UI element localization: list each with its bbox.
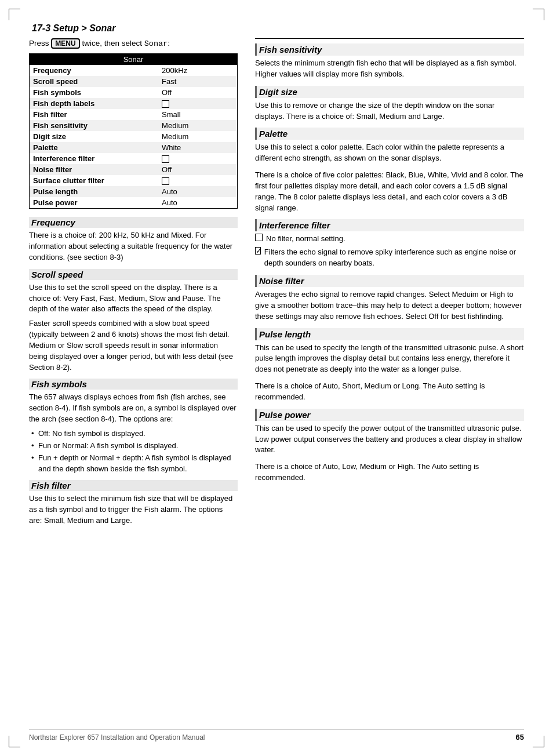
table-cell-label: Pulse power: [30, 197, 159, 209]
page-title: 17-3 Setup > Sonar: [32, 23, 524, 34]
table-row: Surface clutter filter: [30, 175, 238, 186]
table-cell-label: Fish filter: [30, 109, 159, 120]
section-body2-scroll-speed: Faster scroll speeds combined with a slo…: [29, 318, 238, 373]
right-section-heading-pulse-power: Pulse power: [255, 409, 524, 421]
table-cell-label: Palette: [30, 142, 159, 153]
left-sections: FrequencyThere is a choice of: 200 kHz, …: [29, 217, 238, 526]
bullet-list-fish-symbols: Off: No fish symbol is displayed.Fun or …: [29, 428, 238, 474]
press-menu-after: twice, then select: [82, 39, 142, 48]
corner-mark-br: [533, 736, 544, 747]
table-cell-value: Auto: [158, 197, 237, 209]
list-item: Off: No fish symbol is displayed.: [29, 428, 238, 439]
section-heading-fish-filter: Fish filter: [29, 480, 238, 491]
checkbox-empty-icon: [162, 155, 169, 163]
table-cell-value: [158, 175, 237, 186]
left-column: Press MENU twice, then select Sonar: Son…: [29, 38, 238, 530]
corner-mark-bl: [9, 736, 20, 747]
table-row: Pulse powerAuto: [30, 197, 238, 209]
right-col-divider: [255, 38, 524, 39]
right-section-body-fish-sensitivity: Selects the minimum strength fish echo t…: [255, 58, 524, 80]
table-cell-label: Pulse length: [30, 186, 159, 197]
interference-item: No filter, normal setting.: [255, 234, 524, 245]
table-cell-value: [158, 153, 237, 164]
right-section-heading-digit-size: Digit size: [255, 86, 524, 98]
right-section-heading-pulse-length: Pulse length: [255, 328, 524, 340]
table-row: Fish depth labels: [30, 98, 238, 109]
table-row: Fish sensitivityMedium: [30, 120, 238, 131]
table-row: Scroll speedFast: [30, 76, 238, 87]
right-section-body-digit-size: Use this to remove or change the size of…: [255, 100, 524, 122]
table-cell-label: Digit size: [30, 131, 159, 142]
right-section-body-pulse-length: This can be used to specify the length o…: [255, 343, 524, 376]
right-section-body2-pulse-power: There is a choice of Auto, Low, Medium o…: [255, 461, 524, 484]
interference-item-text: No filter, normal setting.: [266, 234, 345, 245]
table-row: Noise filterOff: [30, 164, 238, 175]
footer-text: Northstar Explorer 657 Installation and …: [29, 733, 205, 742]
right-section-heading-interference-filter: Interference filter: [255, 219, 524, 231]
checkbox-items-interference-filter: No filter, normal setting.Filters the ec…: [255, 234, 524, 269]
right-section-body-noise-filter: Averages the echo signal to remove rapid…: [255, 289, 524, 322]
right-section-body-cb-interference-filter: No filter, normal setting.Filters the ec…: [255, 234, 524, 269]
table-row: Pulse lengthAuto: [30, 186, 238, 197]
right-section-heading-palette: Palette: [255, 128, 524, 140]
page-number: 65: [516, 733, 524, 742]
right-section-body2-pulse-length: There is a choice of Auto, Short, Medium…: [255, 381, 524, 403]
right-section-heading-noise-filter: Noise filter: [255, 275, 524, 287]
table-cell-label: Fish symbols: [30, 87, 159, 98]
table-cell-value: Medium: [158, 120, 237, 131]
right-column: Fish sensitivitySelects the minimum stre…: [255, 38, 524, 489]
table-row: Fish symbolsOff: [30, 87, 238, 98]
table-row: Digit sizeMedium: [30, 131, 238, 142]
right-section-heading-fish-sensitivity: Fish sensitivity: [255, 43, 524, 56]
table-cell-label: Fish sensitivity: [30, 120, 159, 131]
checkbox-checked-icon: [255, 247, 261, 255]
table-cell-value: 200kHz: [158, 65, 237, 76]
table-row: PaletteWhite: [30, 142, 238, 153]
section-heading-frequency: Frequency: [29, 217, 238, 228]
sonar-table: Sonar Frequency200kHzScroll speedFastFis…: [29, 53, 238, 209]
interference-item: Filters the echo signal to remove spiky …: [255, 247, 524, 269]
list-item: Fun + depth or Normal + depth: A fish sy…: [29, 453, 238, 475]
table-row: Frequency200kHz: [30, 65, 238, 76]
table-row: Fish filterSmall: [30, 109, 238, 120]
checkbox-empty-icon: [162, 177, 169, 185]
right-sections: Fish sensitivitySelects the minimum stre…: [255, 43, 524, 484]
menu-button-label: MENU: [51, 38, 79, 49]
interference-item-text: Filters the echo signal to remove spiky …: [264, 247, 524, 269]
table-cell-label: Fish depth labels: [30, 98, 159, 109]
section-heading-fish-symbols: Fish symbols: [29, 379, 238, 390]
press-menu-code: Sonar: [144, 39, 168, 48]
table-cell-value: Fast: [158, 76, 237, 87]
section-body-fish-filter: Use this to select the minimum fish size…: [29, 493, 238, 526]
list-item: Fun or Normal: A fish symbol is displaye…: [29, 441, 238, 452]
footer: Northstar Explorer 657 Installation and …: [29, 729, 524, 742]
checkbox-empty-icon: [255, 234, 263, 241]
section-heading-scroll-speed: Scroll speed: [29, 269, 238, 280]
table-cell-label: Frequency: [30, 65, 159, 76]
right-section-body2-palette: There is a choice of five color palettes…: [255, 170, 524, 213]
table-cell-value: [158, 98, 237, 109]
table-cell-label: Interference filter: [30, 153, 159, 164]
table-cell-value: Medium: [158, 131, 237, 142]
corner-mark-tl: [9, 9, 20, 20]
press-menu-instruction: Press MENU twice, then select Sonar:: [29, 38, 238, 49]
section-body-frequency: There is a choice of: 200 kHz, 50 kHz an…: [29, 230, 238, 263]
right-section-body-pulse-power: This can be used to specify the power ou…: [255, 423, 524, 456]
checkbox-empty-icon: [162, 100, 169, 108]
corner-mark-tr: [533, 9, 544, 20]
table-cell-label: Scroll speed: [30, 76, 159, 87]
right-section-body-palette: Use this to select a color palette. Each…: [255, 142, 524, 164]
section-body-fish-symbols: The 657 always displays echoes from fish…: [29, 392, 238, 425]
table-cell-label: Noise filter: [30, 164, 159, 175]
table-cell-value: Off: [158, 164, 237, 175]
table-row: Interference filter: [30, 153, 238, 164]
table-cell-value: Auto: [158, 186, 237, 197]
section-body-scroll-speed: Use this to set the scroll speed on the …: [29, 282, 238, 315]
table-cell-value: Off: [158, 87, 237, 98]
press-menu-text: Press: [29, 39, 49, 48]
table-cell-label: Surface clutter filter: [30, 175, 159, 186]
table-cell-value: Small: [158, 109, 237, 120]
content-columns: Press MENU twice, then select Sonar: Son…: [29, 38, 524, 530]
table-cell-value: White: [158, 142, 237, 153]
page: 17-3 Setup > Sonar Press MENU twice, the…: [0, 0, 553, 756]
